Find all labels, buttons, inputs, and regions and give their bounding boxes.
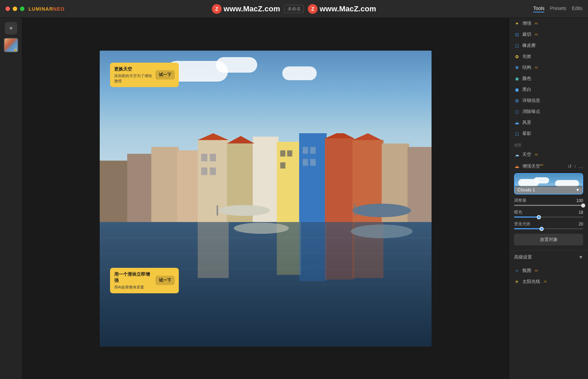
tool-item-enhance[interactable]: ✦ 增强 AI — [509, 18, 588, 29]
slider-lighteffect-label: 更改光效 — [514, 221, 531, 227]
svg-rect-19 — [210, 154, 216, 161]
svg-marker-17 — [352, 133, 382, 140]
tool-item-bw[interactable]: ◼ 黑白 — [509, 84, 588, 95]
close-button[interactable] — [6, 7, 10, 11]
slider-warmth-track[interactable] — [514, 217, 583, 218]
slider-lighteffect-track[interactable] — [514, 228, 583, 229]
clouds-name: Clouds 1 — [518, 187, 535, 192]
sunrays-ai-badge: AI — [544, 280, 547, 283]
tooltip-sky-try-button[interactable]: 试一下 — [155, 70, 175, 80]
slider-adjustment: 调整量 100 — [509, 196, 588, 208]
slider-lighteffect-thumb[interactable] — [540, 227, 544, 231]
tab-edits[interactable]: Edits — [572, 6, 582, 12]
cloud-3 — [282, 66, 317, 80]
creative-section-label: 创意 — [509, 139, 588, 149]
slider-adjustment-thumb[interactable] — [581, 203, 585, 208]
tool-item-light[interactable]: ✿ 光效 — [509, 51, 588, 62]
landscape-icon: ⛰ — [514, 120, 520, 125]
tooltip-enhance-text: 用一个滑块立即增强 用AI改善整体质量 — [114, 271, 153, 290]
watermark-left: Z www.MacZ.com — [212, 4, 280, 14]
svg-rect-18 — [201, 154, 207, 161]
titlebar-center: Z www.MacZ.com 未命名 Z www.MacZ.com — [212, 4, 376, 14]
tooltip-enhance-title: 用一个滑块立即增强 — [114, 271, 153, 284]
tool-item-landscape[interactable]: ⛰ 风景 — [509, 117, 588, 128]
slider-adjustment-track[interactable] — [514, 205, 583, 206]
svg-marker-13 — [198, 133, 229, 140]
watermark-right: Z www.MacZ.com — [308, 4, 376, 14]
slider-adjustment-label-row: 调整量 100 — [514, 198, 583, 203]
place-object-button[interactable]: 放置对象 — [514, 234, 583, 245]
tab-tools[interactable]: Tools — [533, 6, 545, 12]
watermark-logo-right: Z — [308, 4, 318, 14]
minimize-button[interactable] — [13, 7, 17, 11]
advanced-section[interactable]: 高级设置 ▼ — [509, 250, 588, 264]
slider-adjustment-label: 调整量 — [514, 198, 526, 203]
sky-enhance-header[interactable]: ⛰ 增强天空AI ↺ ↑ … — [509, 161, 588, 172]
maximize-button[interactable] — [20, 7, 24, 11]
svg-rect-48 — [354, 203, 356, 215]
slider-adjustment-fill — [514, 205, 583, 206]
light-icon: ✿ — [514, 54, 520, 59]
vignette-icon: ◻ — [514, 131, 520, 136]
photo-canvas: 更换天空 添加新的天空为了增加激情 试一下 用一个滑块立即增强 用AI改善整体质… — [100, 51, 432, 347]
atmosphere-section: ≈ 氛围 AI ☀ 太阳光线 AI — [509, 264, 588, 288]
svg-marker-16 — [325, 133, 354, 138]
photo-container: 更换天空 添加新的天空为了增加激情 试一下 用一个滑块立即增强 用AI改善整体质… — [100, 32, 432, 365]
tool-item-atmosphere[interactable]: ≈ 氛围 AI — [509, 265, 588, 276]
redo-button[interactable]: ↑ — [574, 164, 576, 169]
left-sidebar: + 🔒 — [0, 18, 22, 379]
more-options-button[interactable]: … — [578, 164, 583, 169]
tooltip-enhance-try-button[interactable]: 试一下 — [155, 276, 175, 285]
tool-item-color[interactable]: ◉ 颜色 — [509, 73, 588, 84]
undo-button[interactable]: ↺ — [568, 164, 572, 169]
sky-ai-badge: AI — [535, 153, 538, 156]
tooltip-sky: 更换天空 添加新的天空为了增加激情 试一下 — [110, 63, 179, 87]
svg-rect-28 — [310, 159, 316, 166]
tooltip-enhance-desc: 用AI改善整体质量 — [114, 285, 153, 290]
color-icon: ◉ — [514, 76, 520, 81]
tooltip-sky-title: 更换天空 — [114, 66, 153, 72]
bw-icon: ◼ — [514, 87, 520, 92]
tool-item-structure[interactable]: ❋ 结构 AI — [509, 62, 588, 73]
tool-item-denoise[interactable]: ◻ 消除噪点 — [509, 106, 588, 117]
tool-item-eraser[interactable]: ◻ 橡皮擦 — [509, 40, 588, 51]
panel-tabs: Tools Presets Edits — [533, 6, 582, 12]
svg-rect-22 — [280, 150, 285, 157]
tool-list: ✦ 增强 AI ⊡ 裁切 AI ◻ 橡皮擦 ✿ 光效 ❋ 结构 AI — [509, 18, 588, 139]
clouds-chevron-icon: ▼ — [576, 188, 580, 192]
clouds-label-overlay: Clouds 1 ▼ — [515, 186, 582, 194]
slider-warmth-value: 18 — [573, 210, 583, 215]
svg-rect-24 — [280, 162, 285, 169]
tool-item-sunrays[interactable]: ☀ 太阳光线 AI — [509, 276, 588, 287]
cloud-2 — [216, 57, 257, 73]
tooltip-sky-text: 更换天空 添加新的天空为了增加激情 — [114, 66, 153, 84]
tab-presets[interactable]: Presets — [550, 6, 566, 12]
thumbnail-item[interactable]: 🔒 — [4, 38, 18, 52]
photo-area[interactable]: 更换天空 添加新的天空为了增加激情 试一下 用一个滑块立即增强 用AI改善整体质… — [22, 18, 509, 379]
structure-icon: ❋ — [514, 65, 520, 70]
tooltip-sky-desc: 添加新的天空为了增加激情 — [114, 73, 153, 84]
svg-rect-27 — [303, 159, 308, 166]
tool-item-vignette[interactable]: ◻ 晕影 — [509, 128, 588, 139]
boats-svg — [100, 199, 432, 222]
sky-enhance-controls: ↺ ↑ … — [568, 164, 583, 169]
slider-warmth-thumb[interactable] — [537, 215, 541, 219]
advanced-label: 高级设置 — [514, 254, 578, 260]
tool-item-details[interactable]: ⊞ 详细信息 — [509, 95, 588, 106]
tool-item-sky[interactable]: ☁ 天空 AI — [509, 149, 588, 160]
tool-item-crop[interactable]: ⊡ 裁切 AI — [509, 29, 588, 40]
atmosphere-ai-badge: AI — [535, 269, 538, 272]
slider-warmth: 暖色 18 — [509, 208, 588, 219]
svg-rect-37 — [325, 222, 354, 280]
clouds-selector[interactable]: Clouds 1 ▼ — [514, 173, 583, 194]
slider-lighteffect: 更改光效 20 — [509, 219, 588, 231]
slider-warmth-label-row: 暖色 18 — [514, 209, 583, 215]
crop-ai-badge: AI — [535, 33, 538, 36]
cloud-preview-2 — [534, 177, 549, 183]
app-name: LUMINARNEO — [29, 6, 65, 12]
add-photo-button[interactable]: + — [5, 22, 17, 34]
svg-rect-25 — [303, 147, 308, 154]
svg-rect-21 — [210, 168, 216, 175]
svg-rect-34 — [198, 222, 229, 278]
svg-rect-36 — [299, 222, 327, 281]
